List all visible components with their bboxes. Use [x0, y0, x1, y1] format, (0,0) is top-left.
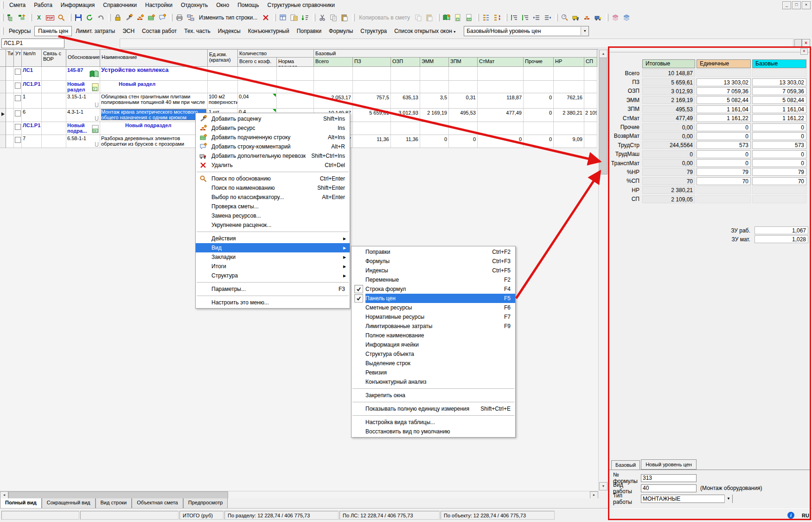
layers-pink-icon[interactable] — [610, 12, 621, 23]
panel-unit-value[interactable]: 1 161,22 — [697, 114, 751, 122]
sheet-tab[interactable]: Вид строки — [96, 498, 132, 509]
panel-base-value[interactable]: 13 303,02 — [752, 78, 806, 86]
horizontal-scrollbar[interactable]: ◄ ► — [0, 491, 598, 499]
panel-close-icon[interactable]: × — [800, 48, 808, 55]
panel-unit-value[interactable]: 7 059,36 — [697, 87, 751, 95]
nr-cell[interactable] — [554, 67, 584, 81]
submenu-item[interactable]: Настройка вида таблицы... — [352, 418, 515, 427]
menu-spravochniki[interactable]: Справочники — [99, 0, 141, 10]
context-menu-item[interactable]: Добавить ресурс Ins — [196, 123, 350, 133]
stmat-cell[interactable]: 118,87 — [478, 93, 524, 109]
approve-checkbox[interactable] — [15, 110, 21, 116]
ozp-cell[interactable] — [391, 122, 420, 135]
menu-okno[interactable]: Окно — [212, 0, 233, 10]
col-header-ozp[interactable]: ОЗП — [391, 58, 420, 67]
col-header-total[interactable]: Всего — [314, 58, 353, 67]
panel-base-value[interactable]: 573 — [752, 141, 806, 149]
pz-cell[interactable]: 5 659,61 — [353, 109, 391, 122]
context-menu-item[interactable]: Укрупнение расценок... — [196, 220, 350, 230]
justification-cell[interactable]: 145-87 — [66, 67, 100, 81]
context-menu-item[interactable]: Замена ресурсов... — [196, 211, 350, 220]
context-menu-item[interactable]: Добавить дополнительную перевозку Shift+… — [196, 151, 350, 161]
menu-strukturnye[interactable]: Структурные справочники — [263, 0, 339, 10]
col-header-qty[interactable]: Всего с коэф. — [238, 58, 277, 67]
excel-export-icon[interactable]: X — [33, 12, 45, 23]
panel-base-value[interactable]: 1 161,22 — [752, 114, 806, 122]
truck-yellow-icon[interactable] — [570, 12, 582, 23]
context-menu-item[interactable] — [196, 170, 350, 174]
norm-book-icon[interactable] — [441, 12, 452, 23]
table-row[interactable]: ЛС1 145-87 Устройство комплекса — [0, 67, 598, 81]
other-cell[interactable] — [524, 81, 554, 93]
unit-cell[interactable] — [208, 67, 238, 81]
sheet-tab[interactable]: Полный вид — [0, 498, 42, 509]
name-cell[interactable]: Устройство комплекса — [100, 67, 208, 81]
justification-cell[interactable]: Новый подра... ПР — [66, 122, 100, 135]
group-header-quantity[interactable]: Количество — [238, 50, 314, 58]
row-number-cell[interactable]: 7 — [22, 135, 42, 148]
truck-blue-icon[interactable] — [593, 12, 604, 23]
context-menu-item[interactable]: Удалить Ctrl+Del — [196, 161, 350, 170]
nr-cell[interactable] — [554, 122, 584, 135]
context-menu-item[interactable]: Добавить подчиненную строку Alt+Ins — [196, 133, 350, 142]
toolbar-grip[interactable] — [313, 14, 315, 21]
sp-cell[interactable] — [584, 93, 597, 109]
row-number-cell[interactable]: ЛС1.Р1 — [22, 81, 42, 93]
sort-rows-icon[interactable] — [300, 12, 311, 23]
view-tab[interactable]: Лимит. затраты — [72, 26, 119, 36]
submenu-item[interactable]: Конъюнктурный анализ — [352, 377, 515, 387]
zu-mat-value[interactable]: 1,028 — [754, 235, 808, 243]
justification-cell[interactable]: Новый раздел P — [66, 81, 100, 93]
work-type-combobox[interactable]: МОНТАЖНЫЕ ▼ — [641, 495, 733, 503]
combo-arrow-icon[interactable]: ▼ — [724, 495, 732, 503]
view-tab[interactable]: Поправки — [293, 26, 325, 36]
panel-unit-value[interactable] — [697, 195, 751, 203]
menu-otdohnut[interactable]: Отдохнуть — [177, 0, 212, 10]
add-rate-icon[interactable] — [123, 12, 134, 23]
add-comment-icon[interactable] — [157, 12, 168, 23]
open-windows-button[interactable]: Список открытых окон ▾ — [390, 26, 459, 36]
sp-cell[interactable] — [584, 67, 597, 81]
total-cell[interactable] — [314, 67, 353, 81]
table-row[interactable]: ЛС1.Р1 Новый раздел P Новый раздел — [0, 81, 598, 93]
name-cell[interactable]: Разборка деревянных элементов обрешетки … — [100, 135, 208, 148]
sp-cell[interactable] — [584, 122, 597, 135]
name-cell[interactable]: Монтаж крана электрического мостового об… — [100, 109, 208, 122]
panel-unit-value[interactable]: 573 — [697, 141, 751, 149]
panel-col-base[interactable]: Базовые — [752, 59, 806, 68]
context-menu-item[interactable]: Поиск по наименованию Shift+Enter — [196, 183, 350, 193]
structure-add-icon[interactable] — [16, 12, 27, 23]
pz-cell[interactable]: 11,36 — [353, 135, 391, 148]
cut-icon[interactable] — [317, 12, 328, 23]
name-cell[interactable]: Облицовка стен гранитными плитами полиро… — [100, 93, 208, 109]
panel-unit-value[interactable]: 0 — [697, 123, 751, 131]
pdf-export-icon[interactable]: PDF — [45, 12, 56, 23]
submenu-item[interactable]: Структура объекта — [352, 349, 515, 359]
panel-base-value[interactable] — [752, 195, 806, 203]
panel-base-value[interactable]: 0 — [752, 150, 806, 158]
submenu-item[interactable] — [352, 400, 515, 404]
info-icon[interactable]: i — [787, 512, 794, 519]
toolbar-grip[interactable] — [1, 27, 4, 35]
unit-cell[interactable] — [208, 81, 238, 93]
ozp-cell[interactable]: 635,13 — [391, 93, 420, 109]
add-resource-icon[interactable] — [134, 12, 146, 23]
table-doc-icon[interactable] — [288, 12, 300, 23]
group-header-base[interactable]: Базовый — [314, 50, 597, 58]
search-icon[interactable] — [56, 12, 67, 23]
sp-cell[interactable]: 2 109,05 — [584, 109, 597, 122]
row-number-cell[interactable]: ЛС1 — [22, 67, 42, 81]
ozp-cell[interactable] — [391, 67, 420, 81]
approve-checkbox[interactable] — [15, 83, 21, 89]
panel-tab-base[interactable]: Базовый — [611, 460, 640, 470]
emm-cell[interactable]: 0 — [420, 135, 449, 148]
maximize-button[interactable]: □ — [792, 1, 801, 9]
panel-col-unit[interactable]: Единичные — [697, 59, 751, 68]
name-cell[interactable]: Новый подраздел — [100, 122, 208, 135]
submenu-item[interactable]: Переменные F2 — [352, 275, 515, 284]
col-header-ti[interactable]: Ти — [6, 50, 14, 67]
toolbar-grip[interactable] — [437, 14, 440, 21]
nr-cell[interactable]: 762,16 — [554, 93, 584, 109]
language-indicator[interactable]: RU — [802, 511, 809, 520]
menu-nastroyki[interactable]: Настройки — [141, 0, 177, 10]
